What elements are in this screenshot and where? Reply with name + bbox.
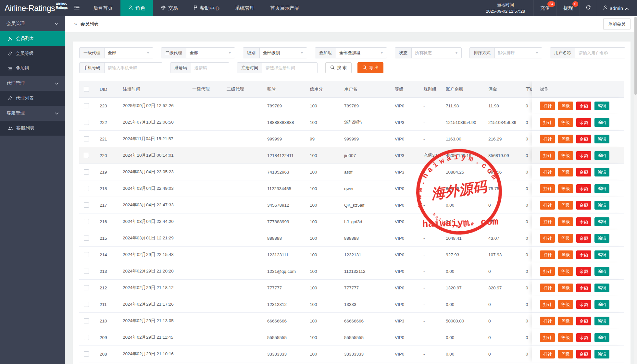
nav-item-6[interactable]: 首页展示产品: [262, 0, 307, 16]
level-button[interactable]: 等级: [558, 217, 573, 226]
balance-button[interactable]: 余额: [576, 184, 591, 193]
edit-button[interactable]: 编辑: [594, 300, 609, 309]
level-button[interactable]: 等级: [558, 184, 573, 193]
sidebar-item-会员列表[interactable]: 会员列表: [0, 31, 65, 46]
level-button[interactable]: 等级: [558, 350, 573, 358]
inject-button[interactable]: 打针: [540, 102, 555, 110]
inject-button[interactable]: 打针: [540, 350, 555, 358]
inject-button[interactable]: 打针: [540, 317, 555, 325]
add-member-button[interactable]: 添加会员: [603, 18, 631, 30]
balance-button[interactable]: 余额: [576, 201, 591, 210]
nav-item-4[interactable]: 帮助中心: [186, 0, 227, 16]
balance-button[interactable]: 余额: [576, 168, 591, 176]
status-filter-value[interactable]: 所有状态▼: [412, 48, 461, 58]
inject-button[interactable]: 打针: [540, 217, 555, 226]
balance-button[interactable]: 余额: [576, 135, 591, 143]
edit-button[interactable]: 编辑: [594, 135, 609, 143]
row-checkbox[interactable]: [84, 103, 89, 108]
balance-button[interactable]: 余额: [576, 234, 591, 243]
level-button[interactable]: 等级: [558, 333, 573, 342]
inject-button[interactable]: 打针: [540, 333, 555, 342]
balance-button[interactable]: 余额: [576, 350, 591, 358]
row-checkbox[interactable]: [84, 269, 89, 274]
sidebar-item-代理列表[interactable]: 代理列表: [0, 91, 65, 106]
edit-button[interactable]: 编辑: [594, 317, 609, 325]
inject-button[interactable]: 打针: [540, 234, 555, 243]
level-filter-value[interactable]: 全部级别▼: [260, 48, 307, 58]
register-time-filter-input[interactable]: [262, 63, 317, 73]
inject-button[interactable]: 打针: [540, 267, 555, 276]
row-checkbox[interactable]: [84, 236, 89, 241]
level-button[interactable]: 等级: [558, 267, 573, 276]
sidebar-group-3[interactable]: 客服管理: [0, 106, 65, 121]
level-button[interactable]: 等级: [558, 201, 573, 210]
row-checkbox[interactable]: [84, 252, 89, 257]
inject-button[interactable]: 打针: [540, 250, 555, 259]
balance-button[interactable]: 余额: [576, 151, 591, 160]
edit-button[interactable]: 编辑: [594, 234, 609, 243]
sidebar-group-1[interactable]: 会员管理: [0, 16, 65, 31]
inject-button[interactable]: 打针: [540, 151, 555, 160]
inject-button[interactable]: 打针: [540, 118, 555, 127]
stack-group-filter-value[interactable]: 全部叠加组▼: [336, 48, 387, 58]
row-checkbox[interactable]: [84, 120, 89, 125]
sidebar-toggle-button[interactable]: [68, 0, 85, 16]
level-button[interactable]: 等级: [558, 284, 573, 292]
edit-button[interactable]: 编辑: [594, 217, 609, 226]
level-button[interactable]: 等级: [558, 168, 573, 176]
nav-item-1[interactable]: 后台首页: [85, 0, 120, 16]
row-checkbox[interactable]: [84, 136, 89, 141]
row-checkbox[interactable]: [84, 318, 89, 323]
sidebar-item-会员等级[interactable]: 会员等级: [0, 46, 65, 61]
user-menu[interactable]: admin: [597, 0, 632, 16]
edit-button[interactable]: 编辑: [594, 350, 609, 358]
balance-button[interactable]: 余额: [576, 333, 591, 342]
inject-button[interactable]: 打针: [540, 168, 555, 176]
level-button[interactable]: 等级: [558, 102, 573, 110]
edit-button[interactable]: 编辑: [594, 184, 609, 193]
row-checkbox[interactable]: [84, 219, 89, 224]
edit-button[interactable]: 编辑: [594, 333, 609, 342]
edit-button[interactable]: 编辑: [594, 118, 609, 127]
select-all-checkbox[interactable]: [84, 87, 89, 92]
row-checkbox[interactable]: [84, 285, 89, 290]
nav-item-2[interactable]: 角色: [120, 0, 153, 16]
second-agent-filter-value[interactable]: 全部▼: [186, 48, 235, 58]
level-button[interactable]: 等级: [558, 234, 573, 243]
withdraw-link[interactable]: 提现 0: [556, 0, 580, 16]
balance-button[interactable]: 余额: [576, 118, 591, 127]
balance-button[interactable]: 余额: [576, 217, 591, 226]
balance-button[interactable]: 余额: [576, 250, 591, 259]
balance-button[interactable]: 余额: [576, 300, 591, 309]
edit-button[interactable]: 编辑: [594, 201, 609, 210]
balance-button[interactable]: 余额: [576, 317, 591, 325]
balance-button[interactable]: 余额: [576, 267, 591, 276]
invite-code-filter-input[interactable]: [191, 63, 229, 73]
level-button[interactable]: 等级: [558, 300, 573, 309]
row-checkbox[interactable]: [84, 202, 89, 208]
inject-button[interactable]: 打针: [540, 201, 555, 210]
row-checkbox[interactable]: [84, 169, 89, 175]
inject-button[interactable]: 打针: [540, 284, 555, 292]
edit-button[interactable]: 编辑: [594, 168, 609, 176]
balance-button[interactable]: 余额: [576, 284, 591, 292]
level-button[interactable]: 等级: [558, 135, 573, 143]
edit-button[interactable]: 编辑: [594, 250, 609, 259]
first-agent-filter-value[interactable]: 全部▼: [105, 48, 153, 58]
row-checkbox[interactable]: [84, 153, 89, 158]
sidebar-item-叠加组[interactable]: 叠加组: [0, 61, 65, 76]
balance-button[interactable]: 余额: [576, 102, 591, 110]
row-checkbox[interactable]: [84, 335, 89, 340]
edit-button[interactable]: 编辑: [594, 151, 609, 160]
inject-button[interactable]: 打针: [540, 300, 555, 309]
sidebar-item-客服列表[interactable]: 客服列表: [0, 121, 65, 136]
refresh-button[interactable]: [580, 0, 597, 16]
level-button[interactable]: 等级: [558, 151, 573, 160]
search-button[interactable]: 搜 索: [325, 62, 352, 73]
level-button[interactable]: 等级: [558, 250, 573, 259]
recharge-link[interactable]: 充值 24: [533, 0, 556, 16]
inject-button[interactable]: 打针: [540, 184, 555, 193]
nav-item-5[interactable]: 系统管理: [227, 0, 262, 16]
level-button[interactable]: 等级: [558, 118, 573, 127]
inject-button[interactable]: 打针: [540, 135, 555, 143]
